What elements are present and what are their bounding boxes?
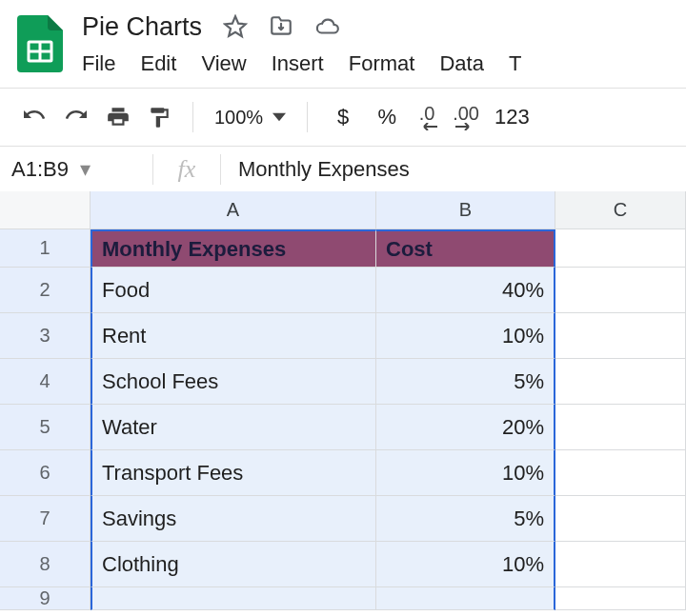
toolbar: 100% $ % .0 .00 123 (0, 89, 686, 146)
star-icon[interactable] (223, 14, 248, 39)
cell[interactable]: 20% (376, 405, 555, 450)
more-formats-button[interactable]: 123 (494, 105, 530, 129)
document-title[interactable]: Pie Charts (82, 12, 202, 42)
cell[interactable] (555, 587, 686, 610)
menu-format[interactable]: Format (349, 51, 415, 76)
cell[interactable]: 5% (376, 496, 555, 542)
name-box-row: A1:B9 ▾ fx Monthly Expenses (0, 146, 686, 191)
cell[interactable] (555, 496, 686, 542)
chevron-down-icon (272, 112, 286, 122)
menu-tools[interactable]: T (509, 51, 521, 76)
cell[interactable]: Transport Fees (91, 450, 376, 496)
menu-edit[interactable]: Edit (140, 51, 176, 76)
toolbar-divider (192, 102, 193, 132)
cell[interactable]: Water (91, 405, 376, 450)
menu-bar: File Edit View Insert Format Data T (82, 44, 673, 88)
menu-insert[interactable]: Insert (272, 51, 324, 76)
cell[interactable]: School Fees (91, 359, 376, 405)
sheets-logo[interactable] (13, 10, 65, 78)
column-header-b[interactable]: B (376, 191, 555, 229)
row-header[interactable]: 5 (0, 405, 91, 450)
cell[interactable] (555, 268, 686, 313)
move-icon[interactable] (269, 14, 293, 39)
column-header-c[interactable]: C (555, 191, 686, 229)
format-currency-button[interactable]: $ (329, 105, 357, 129)
menu-data[interactable]: Data (439, 51, 483, 76)
cell[interactable] (555, 359, 686, 405)
fx-label: fx (153, 155, 220, 184)
column-header-a[interactable]: A (91, 191, 376, 229)
cell[interactable] (555, 313, 686, 359)
row-header[interactable]: 3 (0, 313, 91, 359)
cell[interactable]: Monthly Expenses (91, 229, 376, 268)
row-header[interactable]: 9 (0, 587, 91, 610)
cell[interactable]: 5% (376, 359, 555, 405)
cell[interactable]: Rent (91, 313, 376, 359)
menu-file[interactable]: File (82, 51, 115, 76)
redo-button[interactable] (63, 106, 90, 129)
cell[interactable] (555, 450, 686, 496)
menu-view[interactable]: View (201, 51, 246, 76)
undo-button[interactable] (21, 106, 48, 129)
format-percent-button[interactable]: % (373, 105, 401, 129)
zoom-value: 100% (214, 107, 263, 129)
toolbar-divider (307, 102, 308, 132)
row-header[interactable]: 2 (0, 268, 91, 313)
cell[interactable] (376, 587, 555, 610)
row-header[interactable]: 8 (0, 542, 91, 587)
cell[interactable]: 10% (376, 313, 555, 359)
cell[interactable] (555, 405, 686, 450)
cell[interactable] (555, 542, 686, 587)
paint-format-button[interactable] (147, 104, 172, 130)
row-header[interactable]: 4 (0, 359, 91, 405)
formula-bar[interactable]: Monthly Expenses (221, 157, 410, 182)
cell[interactable]: Savings (91, 496, 376, 542)
print-button[interactable] (105, 105, 131, 129)
cell[interactable]: 10% (376, 542, 555, 587)
cell[interactable]: Food (91, 268, 376, 313)
cell[interactable]: 40% (376, 268, 555, 313)
row-header[interactable]: 6 (0, 450, 91, 496)
row-header[interactable]: 1 (0, 229, 91, 268)
cell[interactable]: 10% (376, 450, 555, 496)
increase-decimals-button[interactable]: .00 (453, 104, 479, 130)
zoom-dropdown[interactable]: 100% (214, 107, 286, 129)
cloud-status-icon[interactable] (314, 14, 341, 39)
select-all-corner[interactable] (0, 191, 91, 229)
name-box[interactable]: A1:B9 (11, 157, 69, 182)
cell[interactable] (91, 587, 376, 610)
spreadsheet-grid[interactable]: A B C 1 Monthly Expenses Cost 2 Food 40%… (0, 191, 686, 610)
cell[interactable]: Clothing (91, 542, 376, 587)
row-header[interactable]: 7 (0, 496, 91, 542)
decrease-decimals-button[interactable]: .0 (416, 104, 437, 130)
cell[interactable]: Cost (376, 229, 555, 268)
cell[interactable] (555, 229, 686, 268)
chevron-down-icon[interactable]: ▾ (80, 157, 91, 182)
